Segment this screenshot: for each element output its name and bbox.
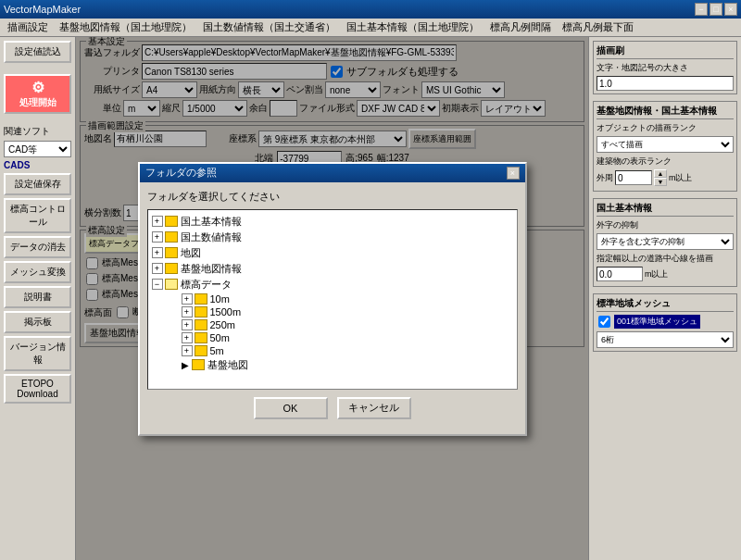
- folder-icon-kiban-chizu: [192, 359, 205, 370]
- outer-up[interactable]: ▲: [654, 169, 667, 178]
- title-bar: VectorMapMaker − □ ×: [0, 0, 741, 19]
- folder-icon-5m: [195, 345, 207, 356]
- tree-label-kiban2: 基盤地図情報: [181, 262, 242, 276]
- tree-expand-kiban2[interactable]: +: [152, 263, 163, 274]
- tree-item-chizu[interactable]: + 地図: [152, 245, 513, 261]
- kiban-info-section: 基盤地図情報・国土基本情報 オブジェクトの描画ランク すべて描画 建築物の表示ラ…: [593, 101, 737, 192]
- right-sidebar: 描画刷 文字・地図記号の大きさ 基盤地図情報・国土基本情報 オブジェクトの描画ラ…: [588, 37, 741, 560]
- outer-down[interactable]: ▼: [654, 178, 667, 186]
- modal-ok-button[interactable]: OK: [254, 397, 328, 419]
- content-area: 基本設定 書込フォルダ プリンタ サブフォルダも処理する 用紙サイズ A4: [76, 37, 588, 560]
- tree-expand-chizu[interactable]: +: [152, 247, 163, 258]
- drawing-print-title: 描画刷: [597, 44, 734, 59]
- mesh-standard-check[interactable]: [598, 316, 610, 328]
- road-center-input[interactable]: [597, 267, 643, 281]
- folder-icon-250m: [195, 319, 207, 330]
- road-center-unit: m以上: [645, 268, 669, 280]
- outer-row: 外周 ▲ ▼ m以上: [597, 169, 734, 186]
- tree-item-kiban-chizu[interactable]: ▶ 基盤地図: [152, 357, 513, 373]
- folder-icon-elevation: [165, 279, 178, 290]
- folder-tree[interactable]: + 国土基本情報 + 国土数値情報 + 地図: [147, 209, 518, 390]
- tree-item-elevation[interactable]: − 標高データ: [152, 277, 513, 292]
- modal-cancel-button[interactable]: キャンセル: [337, 397, 411, 419]
- cad-dropdown-row: CAD等: [4, 141, 71, 157]
- tree-item-kokudo[interactable]: + 国土数値情報: [152, 230, 513, 245]
- minimize-button[interactable]: −: [695, 3, 708, 16]
- kiban-info-title: 基盤地図情報・国土基本情報: [597, 105, 734, 119]
- start-icon: ⚙: [31, 79, 44, 96]
- tree-label-10m: 10m: [210, 293, 230, 305]
- cad-select[interactable]: CAD等: [4, 141, 71, 157]
- folder-icon-10m: [195, 293, 207, 305]
- foreign-suppress-label: 外字の抑制: [597, 219, 734, 231]
- tree-label-250m: 250m: [210, 319, 236, 330]
- tree-item-1500m[interactable]: + 1500m: [152, 305, 513, 318]
- tree-item-kiban2[interactable]: + 基盤地図情報: [152, 261, 513, 277]
- folder-icon-kiban2: [165, 263, 178, 274]
- mesh-rows-select[interactable]: 6桁: [597, 331, 734, 348]
- char-size-label: 文字・地図記号の大きさ: [597, 62, 688, 74]
- tree-item-50m[interactable]: + 50m: [152, 331, 513, 344]
- modal-title-bar: フォルダの参照 ×: [140, 164, 525, 182]
- mesh-checkbox-row: 001標準地域メッシュ: [597, 315, 734, 329]
- tree-expand-kokudo[interactable]: +: [152, 231, 163, 243]
- related-software-label: 関連ソフト: [4, 125, 71, 138]
- kokudo-info-title: 国土基本情報: [597, 202, 734, 217]
- tree-expand-10m[interactable]: +: [182, 293, 193, 305]
- start-process-button[interactable]: ⚙ 処理開始: [4, 74, 71, 114]
- menu-drawing-settings[interactable]: 描画設定: [2, 19, 54, 36]
- modal-buttons: OK キャンセル: [147, 390, 518, 427]
- folder-icon-1500m: [195, 306, 207, 317]
- foreign-suppress-select[interactable]: 外字を含む文字の抑制: [597, 233, 734, 250]
- elevation-control-button[interactable]: 標高コントロール: [4, 198, 71, 233]
- close-button[interactable]: ×: [724, 3, 737, 16]
- outer-unit: m以上: [669, 172, 693, 184]
- tree-item-10m[interactable]: + 10m: [152, 292, 513, 305]
- object-rank-label: オブジェクトの描画ランク: [597, 122, 734, 134]
- tree-expand-50m[interactable]: +: [182, 332, 193, 343]
- modal-body: フォルダを選択してください + 国土基本情報 + 国土数値: [140, 182, 525, 434]
- object-rank-select[interactable]: すべて描画: [597, 136, 734, 153]
- drawing-print-section: 描画刷 文字・地図記号の大きさ: [593, 41, 737, 94]
- menu-kokudo-basic[interactable]: 国土基本情報（国土地理院）: [341, 19, 484, 36]
- folder-icon-kokudo: [165, 231, 178, 243]
- menu-elevation-bottom[interactable]: 標高凡例最下面: [557, 19, 639, 36]
- left-sidebar: 設定値読込 ⚙ 処理開始 関連ソフト CAD等 CADS 設定値保存 標高コント…: [0, 37, 76, 560]
- road-center-label: 指定幅以上の道路中心線を描画: [597, 253, 734, 265]
- standard-mesh-title: 標準地域メッシュ: [597, 297, 734, 312]
- menu-elevation-interval[interactable]: 標高凡例間隔: [484, 19, 557, 36]
- tree-expand-kiban[interactable]: +: [152, 216, 163, 227]
- menu-bar: 描画設定 基盤地図情報（国土地理院） 国土数値情報（国土交通省） 国土基本情報（…: [0, 19, 741, 37]
- tree-expand-250m[interactable]: +: [182, 319, 193, 330]
- tree-label-kiban-chizu: 基盤地図: [207, 358, 248, 372]
- outer-label: 外周: [597, 172, 613, 184]
- modal-title: フォルダの参照: [145, 166, 217, 180]
- settings-load-button[interactable]: 設定値読込: [4, 41, 71, 63]
- modal-instruction: フォルダを選択してください: [147, 190, 518, 204]
- mesh-label: 001標準地域メッシュ: [614, 315, 700, 329]
- tree-expand-5m[interactable]: +: [182, 345, 193, 356]
- modal-close-button[interactable]: ×: [507, 167, 520, 180]
- start-label: 処理開始: [19, 96, 57, 109]
- standard-mesh-section: 標準地域メッシュ 001標準地域メッシュ 6桁: [593, 293, 737, 352]
- tree-item-kiban[interactable]: + 国土基本情報: [152, 214, 513, 230]
- tree-item-250m[interactable]: + 250m: [152, 318, 513, 331]
- char-size-input[interactable]: [597, 76, 734, 91]
- menu-kiban-info[interactable]: 基盤地図情報（国土地理院）: [54, 19, 197, 36]
- folder-icon-50m: [195, 332, 207, 343]
- settings-save-button[interactable]: 設定値保存: [4, 173, 71, 195]
- main-layout: 設定値読込 ⚙ 処理開始 関連ソフト CAD等 CADS 設定値保存 標高コント…: [0, 37, 741, 560]
- maximize-button[interactable]: □: [710, 3, 722, 16]
- version-button[interactable]: バージョン情報: [4, 336, 71, 371]
- tree-expand-1500m[interactable]: +: [182, 306, 193, 317]
- outer-input[interactable]: [615, 170, 652, 185]
- tree-expand-elevation[interactable]: −: [152, 279, 163, 290]
- etopo-button[interactable]: ETOPO Download: [4, 374, 71, 404]
- tree-item-5m[interactable]: + 5m: [152, 344, 513, 357]
- bulletin-button[interactable]: 掲示板: [4, 311, 71, 333]
- menu-kokudo-values[interactable]: 国土数値情報（国土交通省）: [197, 19, 341, 36]
- cads-label: CADS: [4, 160, 71, 170]
- mesh-convert-button[interactable]: メッシュ変換: [4, 261, 71, 283]
- manual-button[interactable]: 説明書: [4, 286, 71, 308]
- data-clear-button[interactable]: データの消去: [4, 236, 71, 258]
